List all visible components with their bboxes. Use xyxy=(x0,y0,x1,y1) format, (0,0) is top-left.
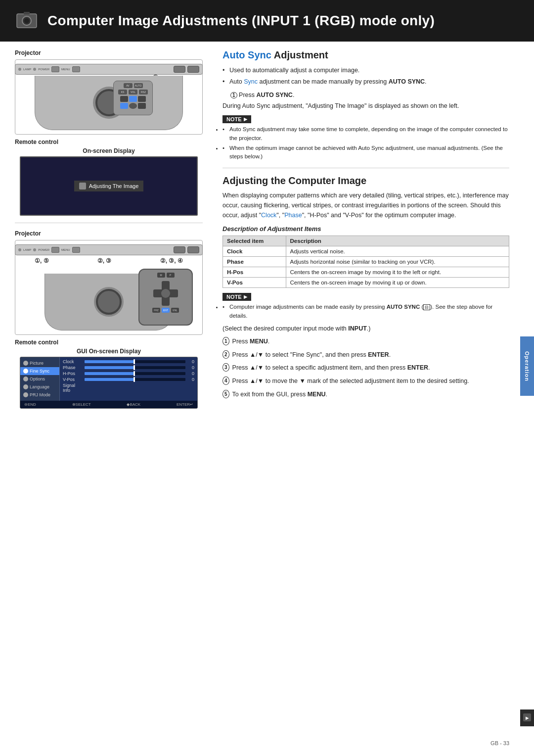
r2-btn1[interactable]: M xyxy=(157,273,165,278)
note2-bullet1: Computer image adjustments can be made e… xyxy=(222,303,509,320)
gui-signalinfo-label: Signal Info xyxy=(63,383,83,393)
input-btn[interactable] xyxy=(72,66,80,72)
note1-bullet1: Auto Sync adjustment may take some time … xyxy=(222,125,509,142)
table-desc-hpos: Centers the on-screen image by moving it… xyxy=(286,267,509,278)
onscreen-display-label: On-screen Display xyxy=(15,147,203,154)
table-item-hpos: H-Pos xyxy=(223,267,286,278)
auto-sync-title: Auto Sync Adjustment xyxy=(222,49,509,61)
gui-clock-bar xyxy=(85,360,185,363)
menu2-btn[interactable] xyxy=(51,247,59,253)
note-label-2: NOTE xyxy=(222,293,251,301)
auto-sync-blue: Auto Sync xyxy=(222,49,271,60)
language-icon xyxy=(23,384,28,389)
left-column: Projector LAMP POWER MENU ① xyxy=(0,42,213,417)
power2-indicator xyxy=(33,248,36,251)
resize-btn[interactable]: RSZ xyxy=(139,90,148,94)
kp1[interactable] xyxy=(120,96,128,102)
kp5[interactable] xyxy=(138,103,146,109)
gui-language-label: Language xyxy=(30,384,49,389)
auto-sync-btn[interactable] xyxy=(174,66,185,73)
projector2-panel: LAMP POWER MENU xyxy=(15,244,203,255)
gui-vpos-fill xyxy=(85,378,135,381)
side-tab: Operation xyxy=(520,336,534,396)
keystone-btn[interactable] xyxy=(187,66,199,73)
av-mute-btn[interactable]: AV xyxy=(124,83,133,88)
kp-center[interactable] xyxy=(129,103,137,109)
step4-content: Press ▲/▼ to move the ▼ mark of the sele… xyxy=(232,377,469,386)
projector2-diagram: LAMP POWER MENU ①, ⑤ ②, ③ ②, ③, ④ xyxy=(15,240,203,335)
gui-signalinfo-row: Signal Info xyxy=(63,383,194,393)
auto-sync2-btn[interactable] xyxy=(174,246,185,253)
gui-phase-row: Phase 0 xyxy=(63,365,194,370)
table-item-clock: Clock xyxy=(223,246,286,257)
projector-body: AV AUTO KS VOL RSZ xyxy=(35,76,183,130)
onscreen-text-badge: Adjusting The Image xyxy=(74,181,144,191)
gui-options-label: Options xyxy=(30,377,45,381)
kp2[interactable] xyxy=(129,96,137,102)
gui-phase-fill xyxy=(85,366,135,369)
gui-vpos-marker xyxy=(134,377,135,382)
r2-dpad xyxy=(153,281,178,306)
gui-hpos-row: H-Pos 0 xyxy=(63,371,194,376)
svg-rect-3 xyxy=(24,12,30,14)
autosync-btn[interactable]: AUTO xyxy=(134,83,143,88)
kp4[interactable] xyxy=(120,103,128,109)
gui-select-label: ⊕SELECT xyxy=(72,402,91,407)
gui-language-item[interactable]: Language xyxy=(20,383,59,391)
bullet2-pre: Auto Sync adjustment can be made manuall… xyxy=(229,78,427,85)
gui-finesync-item[interactable]: Fine Sync xyxy=(20,367,59,375)
r2-btn2[interactable]: P xyxy=(167,273,175,278)
gui-hpos-label: H-Pos xyxy=(63,371,83,376)
r2-enlarge-btn[interactable]: ENL xyxy=(171,308,179,313)
gui-sidebar: Picture Fine Sync Options Language xyxy=(20,357,60,401)
input2-btn[interactable] xyxy=(72,247,80,253)
r2-freeze-btn[interactable]: FRZ xyxy=(152,308,160,313)
select-text: (Select the desired computer input mode … xyxy=(222,325,509,332)
step5-circle: 5 xyxy=(222,390,229,398)
steps-mid: ②, ③ xyxy=(97,257,112,264)
divider1 xyxy=(15,223,203,223)
step-1: 1 Press MENU. xyxy=(222,337,509,346)
gui-picture-label: Picture xyxy=(30,361,44,366)
note-box-1: NOTE Auto Sync adjustment may take some … xyxy=(222,115,509,161)
page-header: Computer Image Adjustments (INPUT 1 (RGB… xyxy=(0,0,534,42)
gui-clock-value: 0 xyxy=(187,359,194,364)
step2-content: Press ▲/▼ to select "Fine Sync", and the… xyxy=(232,350,391,360)
gui-options-item[interactable]: Options xyxy=(20,375,59,383)
lamp-indicator xyxy=(18,68,21,71)
svg-text:▶: ▶ xyxy=(526,716,529,720)
keystone2-btn[interactable] xyxy=(187,246,199,253)
page-number: ▶ xyxy=(520,709,534,726)
gui-hpos-bar xyxy=(85,372,185,375)
divider2 xyxy=(222,168,509,168)
step1-note: 1 Press AUTO SYNC. xyxy=(230,92,509,98)
kp3[interactable] xyxy=(138,96,146,102)
gui-picture-item[interactable]: Picture xyxy=(20,359,59,367)
projector-panel: LAMP POWER MENU xyxy=(15,64,203,75)
power-indicator xyxy=(33,68,36,71)
gui-hpos-fill xyxy=(85,372,135,375)
step-5: 5 To exit from the GUI, press MENU. xyxy=(222,390,509,399)
remote2-label: Remote control xyxy=(15,339,203,346)
r2-enter-btn[interactable]: ENT xyxy=(162,308,170,313)
gui-hpos-value: 0 xyxy=(187,371,194,376)
step-3: 3 Press ▲/▼ to select a specific adjustm… xyxy=(222,363,509,373)
gui-phase-value: 0 xyxy=(187,365,194,370)
menu-btn[interactable] xyxy=(51,66,59,72)
step1-num: 1 xyxy=(230,92,237,98)
keystone-btn2[interactable]: KS xyxy=(118,90,127,94)
gui-clock-label: Clock xyxy=(63,359,83,364)
gui-phase-bar xyxy=(85,366,185,369)
table-item-phase: Phase xyxy=(223,257,286,267)
header-icon xyxy=(15,9,39,33)
gui-vpos-bar xyxy=(85,378,185,381)
note-content-2: Computer image adjustments can be made e… xyxy=(222,303,509,320)
table-header-desc: Description xyxy=(286,236,509,246)
gui-footer: ⊖END ⊕SELECT ◆BACK ENTER↵ xyxy=(20,401,197,408)
gui-vpos-label: V-Pos xyxy=(63,377,83,382)
gui-vpos-row: V-Pos 0 xyxy=(63,377,194,382)
bullet2: Auto Sync adjustment can be made manuall… xyxy=(222,77,509,87)
volume-btn[interactable]: VOL xyxy=(129,90,137,94)
remote-control-label: Remote control xyxy=(15,139,203,145)
gui-prjmode-item[interactable]: PRJ Mode xyxy=(20,391,59,399)
